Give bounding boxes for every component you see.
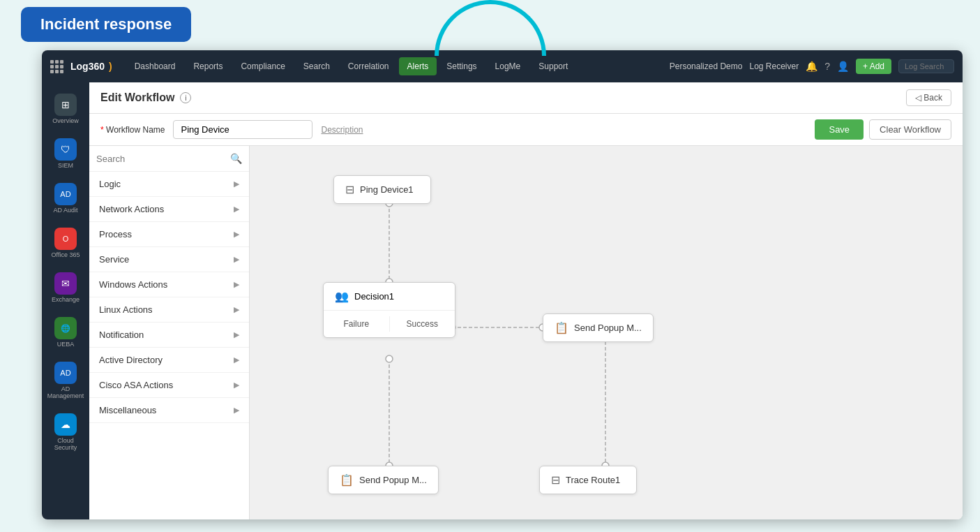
workflow-name-input[interactable] — [173, 120, 312, 139]
nav-alerts[interactable]: Alerts — [399, 57, 437, 75]
nav-reports[interactable]: Reports — [185, 57, 231, 75]
menu-item-process[interactable]: Process ▶ — [89, 222, 249, 247]
chevron-right-icon: ▶ — [234, 179, 239, 189]
nav-support[interactable]: Support — [530, 57, 576, 75]
menu-item-miscellaneous[interactable]: Miscellaneous ▶ — [89, 398, 249, 423]
sidebar-label-ueba: UEBA — [57, 341, 75, 348]
menu-label-active-directory: Active Directory — [99, 355, 163, 365]
menu-label-logic: Logic — [99, 179, 121, 189]
search-input[interactable] — [96, 154, 226, 164]
chevron-right-icon: ▶ — [234, 280, 239, 289]
back-button[interactable]: ◁ Back — [906, 89, 951, 106]
menu-item-linux-actions[interactable]: Linux Actions ▶ — [89, 297, 249, 323]
menu-item-service[interactable]: Service ▶ — [89, 247, 249, 272]
chevron-right-icon: ▶ — [234, 255, 239, 264]
menu-item-notification[interactable]: Notification ▶ — [89, 323, 249, 348]
nav-search[interactable]: Search — [295, 57, 338, 75]
node-send-popup2[interactable]: 📋 Send Popup M... — [328, 466, 439, 494]
node-label-popup2: Send Popup M... — [359, 475, 427, 485]
sidebar-item-ueba[interactable]: 🌐 UEBA — [45, 311, 86, 353]
back-label: ◁ Back — [915, 93, 942, 103]
menu-item-cisco-asa[interactable]: Cisco ASA Actions ▶ — [89, 373, 249, 398]
left-panel: 🔍 Logic ▶ Network Actions ▶ Process ▶ — [89, 146, 250, 519]
sidebar-label-adaudit: AD Audit — [53, 207, 77, 214]
sidebar-item-office365[interactable]: O Office 365 — [45, 222, 86, 264]
banner-text: Incident response — [40, 15, 172, 33]
user-icon[interactable]: 👤 — [837, 61, 849, 72]
chevron-right-icon: ▶ — [234, 230, 239, 239]
personalized-demo-label: Personalized Demo — [670, 61, 743, 71]
node-icon-popup2: 📋 — [340, 473, 354, 487]
help-icon[interactable]: ? — [824, 61, 830, 72]
info-icon[interactable]: i — [180, 92, 191, 103]
sidebar-item-overview[interactable]: ⊞ Overview — [45, 88, 86, 130]
panel-search: 🔍 — [89, 146, 249, 172]
menu-label-windows-actions: Windows Actions — [99, 279, 167, 290]
success-label: Success — [390, 316, 455, 332]
save-button[interactable]: Save — [815, 119, 864, 140]
grid-icon[interactable] — [50, 60, 63, 73]
nav-right: Personalized Demo Log Receiver 🔔 ? 👤 + A… — [670, 59, 954, 74]
nav-compliance[interactable]: Compliance — [232, 57, 293, 75]
nav-dashboard[interactable]: Dashboard — [126, 57, 184, 75]
add-button[interactable]: + Add — [856, 59, 891, 74]
sidebar-item-admanagement[interactable]: AD AD Management — [45, 356, 86, 405]
menu-item-windows-actions[interactable]: Windows Actions ▶ — [89, 272, 249, 297]
menu-label-network-actions: Network Actions — [99, 204, 164, 214]
node-icon-ping: ⊟ — [345, 183, 354, 196]
node-trace-route1[interactable]: ⊟ Trace Route1 — [539, 466, 637, 494]
menu-label-notification: Notification — [99, 330, 144, 340]
sidebar-label-cloudsecurity: Cloud Security — [47, 437, 84, 451]
node-icon-popup1: 📋 — [555, 321, 568, 334]
chevron-right-icon: ▶ — [234, 355, 239, 364]
sidebar-label-office365: Office 365 — [52, 251, 80, 258]
sidebar-icons: ⊞ Overview 🛡 SIEM AD AD Audit O Office 3… — [42, 82, 89, 519]
node-send-popup1[interactable]: 📋 Send Popup M... — [543, 313, 654, 342]
workflow-actions: Save Clear Workflow — [815, 119, 951, 140]
node-icon-trace: ⊟ — [551, 473, 560, 487]
node-ping-device1[interactable]: ⊟ Ping Device1 — [333, 175, 431, 204]
menu-label-linux-actions: Linux Actions — [99, 304, 153, 315]
sidebar-item-exchange[interactable]: ✉ Exchange — [45, 267, 86, 309]
description-link[interactable]: Description — [321, 125, 363, 135]
sidebar-item-siem[interactable]: 🛡 SIEM — [45, 133, 86, 175]
menu-label-cisco-asa: Cisco ASA Actions — [99, 380, 173, 390]
node-label-trace: Trace Route1 — [566, 475, 620, 485]
menu-label-service: Service — [99, 254, 129, 265]
svg-point-8 — [386, 355, 393, 362]
clear-workflow-button[interactable]: Clear Workflow — [869, 119, 951, 140]
menu-label-process: Process — [99, 229, 132, 239]
nav-correlation[interactable]: Correlation — [340, 57, 398, 75]
menu-item-logic[interactable]: Logic ▶ — [89, 172, 249, 197]
sidebar-label-overview: Overview — [52, 117, 79, 124]
content-area: Edit Workflow i ◁ Back * Workflow Name D… — [89, 82, 963, 519]
search-icon[interactable]: 🔍 — [230, 153, 242, 164]
decision-body: Failure Success — [324, 311, 455, 337]
chevron-right-icon: ▶ — [234, 305, 239, 314]
node-decision1[interactable]: 👥 Decision1 Failure Success — [323, 282, 455, 338]
sidebar-item-adaudit[interactable]: AD AD Audit — [45, 177, 86, 219]
canvas-area: 🔍 Logic ▶ Network Actions ▶ Process ▶ — [89, 146, 963, 519]
arc-decoration — [435, 0, 546, 56]
chevron-right-icon: ▶ — [234, 330, 239, 339]
workflow-header: Edit Workflow i ◁ Back — [89, 82, 963, 114]
workflow-title: Edit Workflow — [100, 91, 174, 104]
nav-logme[interactable]: LogMe — [487, 57, 529, 75]
decision-header: 👥 Decision1 — [324, 283, 455, 311]
failure-label: Failure — [324, 316, 390, 332]
workflow-canvas: ⊟ Ping Device1 👥 Decision1 Failure Succe… — [250, 146, 963, 519]
log-receiver-label: Log Receiver — [749, 61, 799, 71]
menu-label-miscellaneous: Miscellaneous — [99, 405, 156, 415]
logo-text: Log360 — [70, 61, 105, 72]
chevron-right-icon: ▶ — [234, 205, 239, 214]
sidebar-item-cloudsecurity[interactable]: ☁ Cloud Security — [45, 408, 86, 457]
nav-settings[interactable]: Settings — [438, 57, 485, 75]
name-required-label: * Workflow Name — [100, 125, 165, 135]
log-search-input[interactable] — [898, 59, 954, 73]
menu-item-active-directory[interactable]: Active Directory ▶ — [89, 348, 249, 373]
bell-icon[interactable]: 🔔 — [806, 61, 817, 72]
menu-item-network-actions[interactable]: Network Actions ▶ — [89, 197, 249, 222]
sidebar-label-exchange: Exchange — [52, 296, 80, 303]
incident-banner: Incident response — [21, 7, 191, 42]
nav-logo: Log360 ) — [70, 61, 112, 72]
